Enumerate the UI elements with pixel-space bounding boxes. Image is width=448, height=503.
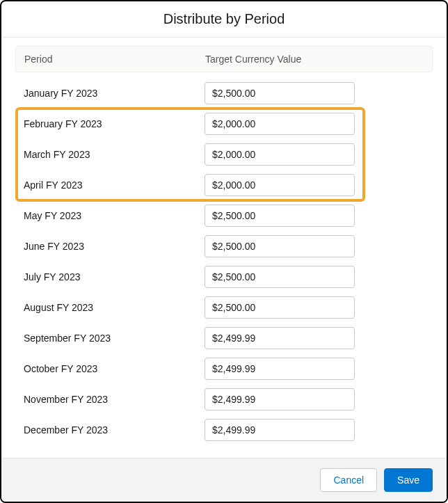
table-row: August FY 2023 [15,292,433,323]
period-label: November FY 2023 [24,394,205,405]
period-label: February FY 2023 [24,118,205,129]
column-header-period: Period [24,54,205,65]
currency-value-input[interactable] [205,388,355,410]
period-label: January FY 2023 [24,88,205,99]
period-label: August FY 2023 [24,302,205,313]
table-row: November FY 2023 [15,384,433,415]
period-label: June FY 2023 [24,241,205,252]
currency-value-input[interactable] [205,82,355,104]
currency-value-input[interactable] [205,327,355,349]
period-label: October FY 2023 [24,363,205,374]
currency-value-input[interactable] [205,266,355,288]
dialog-footer: Cancel Save [1,458,447,502]
period-label: July FY 2023 [24,271,205,282]
currency-value-input[interactable] [205,143,355,166]
currency-value-input[interactable] [205,358,355,380]
table-row: March FY 2023 [15,139,433,170]
dialog-header: Distribute by Period [1,1,447,38]
table-row: September FY 2023 [15,323,433,353]
period-label: April FY 2023 [24,179,205,191]
save-button[interactable]: Save [384,468,433,492]
period-label: May FY 2023 [24,210,205,221]
table-row: February FY 2023 [15,109,433,139]
period-label: December FY 2023 [24,424,205,436]
table-row: April FY 2023 [15,170,433,200]
table-row: June FY 2023 [15,231,433,262]
table-row: October FY 2023 [15,353,433,384]
dialog-title: Distribute by Period [1,11,447,27]
table-row: January FY 2023 [15,78,433,109]
table-header-row: Period Target Currency Value [15,46,433,72]
table-row: July FY 2023 [15,262,433,292]
table-body: January FY 2023February FY 2023March FY … [15,78,433,445]
currency-value-input[interactable] [205,205,355,227]
table-row: December FY 2023 [15,415,433,445]
currency-value-input[interactable] [205,296,355,319]
column-header-value: Target Currency Value [205,54,424,65]
table-row: May FY 2023 [15,200,433,231]
currency-value-input[interactable] [205,174,355,196]
currency-value-input[interactable] [205,235,355,257]
dialog-content: Period Target Currency Value January FY … [1,38,447,445]
cancel-button[interactable]: Cancel [320,468,377,492]
currency-value-input[interactable] [205,113,355,135]
period-label: March FY 2023 [24,149,205,160]
period-label: September FY 2023 [24,333,205,344]
currency-value-input[interactable] [205,419,355,441]
